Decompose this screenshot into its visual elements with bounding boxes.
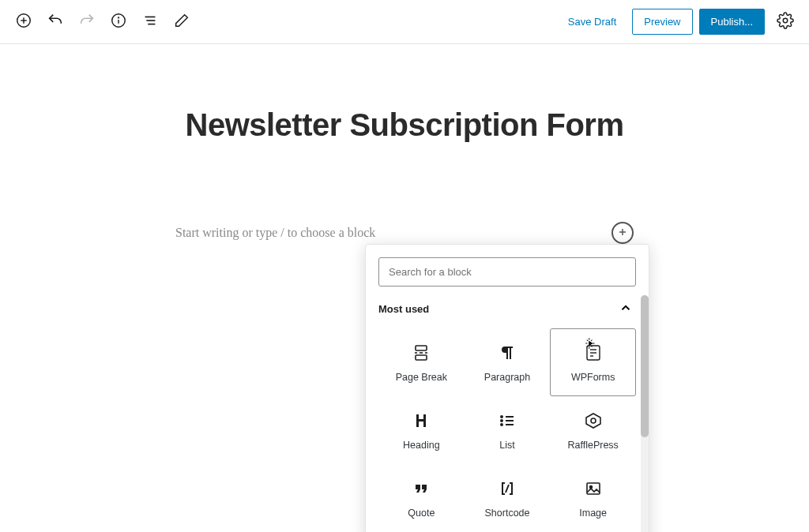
block-label: WPForms <box>571 372 615 383</box>
undo-icon <box>47 12 64 32</box>
edit-button[interactable] <box>167 8 196 36</box>
outline-button[interactable] <box>136 8 164 36</box>
block-item-pagebreak[interactable]: Page Break <box>378 328 465 396</box>
svg-marker-27 <box>586 414 600 428</box>
svg-point-28 <box>591 418 596 423</box>
block-label: Image <box>579 508 607 519</box>
block-label: Page Break <box>396 372 447 383</box>
block-inserter-popover: Most used Page BreakParagraphWPFormsHead… <box>365 244 649 532</box>
scrollbar-thumb[interactable] <box>641 295 649 437</box>
block-label: List <box>499 440 514 451</box>
block-label: Shortcode <box>485 508 530 519</box>
image-icon <box>582 478 604 500</box>
block-placeholder-text: Start writing or type / to choose a bloc… <box>175 226 375 240</box>
gear-icon <box>777 12 794 32</box>
svg-point-9 <box>783 18 788 23</box>
block-item-image[interactable]: Image <box>550 464 636 532</box>
svg-point-5 <box>119 17 119 18</box>
settings-button[interactable] <box>771 8 800 36</box>
svg-rect-30 <box>587 483 600 494</box>
heading-icon <box>410 410 432 432</box>
shortcode-icon <box>496 478 518 500</box>
block-item-paragraph[interactable]: Paragraph <box>465 328 551 396</box>
block-item-list[interactable]: List <box>465 396 551 464</box>
add-block-inline-button[interactable] <box>611 222 634 244</box>
block-item-shortcode[interactable]: Shortcode <box>465 464 551 532</box>
plus-circle-icon <box>15 12 32 32</box>
info-button[interactable] <box>104 8 133 36</box>
block-label: Heading <box>403 440 440 451</box>
svg-point-21 <box>501 416 502 418</box>
publish-button[interactable]: Publish... <box>699 9 765 35</box>
default-block-appender[interactable]: Start writing or type / to choose a bloc… <box>175 222 634 244</box>
svg-point-25 <box>501 424 502 425</box>
scrollbar-track[interactable] <box>641 295 649 532</box>
editor-canvas: Newsletter Subscription Form Start writi… <box>0 44 809 244</box>
preview-button[interactable]: Preview <box>632 9 692 35</box>
block-label: Quote <box>408 508 435 519</box>
block-section-header: Most used <box>378 287 636 328</box>
page-title[interactable]: Newsletter Subscription Form <box>0 107 809 143</box>
quote-icon <box>410 478 432 500</box>
cursor-icon <box>584 336 598 354</box>
block-section-title: Most used <box>378 303 429 315</box>
block-item-heading[interactable]: Heading <box>378 396 465 464</box>
block-item-quote[interactable]: Quote <box>378 464 465 532</box>
undo-button[interactable] <box>41 8 70 36</box>
svg-point-23 <box>501 420 502 421</box>
block-item-wpforms[interactable]: WPForms <box>550 328 636 396</box>
save-draft-button[interactable]: Save Draft <box>559 9 626 34</box>
redo-icon <box>78 12 96 32</box>
redo-button[interactable] <box>73 8 101 36</box>
pagebreak-icon <box>410 342 432 364</box>
rafflepress-icon <box>582 410 604 432</box>
collapse-section-button[interactable] <box>615 298 636 320</box>
pencil-icon <box>173 12 190 32</box>
editor-toolbar: Save Draft Preview Publish... <box>0 0 809 44</box>
info-icon <box>110 12 127 32</box>
list-icon <box>496 410 518 432</box>
outline-icon <box>141 12 159 32</box>
paragraph-icon <box>496 342 518 364</box>
plus-icon <box>616 226 629 241</box>
toolbar-left <box>9 8 196 36</box>
toolbar-right: Save Draft Preview Publish... <box>559 8 800 36</box>
content-area: Start writing or type / to choose a bloc… <box>175 222 634 244</box>
block-item-rafflepress[interactable]: RafflePress <box>550 396 636 464</box>
add-block-toolbar-button[interactable] <box>9 8 38 36</box>
chevron-up-icon <box>619 305 633 317</box>
svg-rect-16 <box>416 355 427 360</box>
block-search-input[interactable] <box>378 257 636 287</box>
blocks-grid: Page BreakParagraphWPFormsHeadingListRaf… <box>378 328 636 532</box>
block-label: RafflePress <box>567 440 618 451</box>
svg-line-29 <box>506 485 509 493</box>
svg-rect-12 <box>416 346 427 350</box>
block-label: Paragraph <box>484 372 530 383</box>
